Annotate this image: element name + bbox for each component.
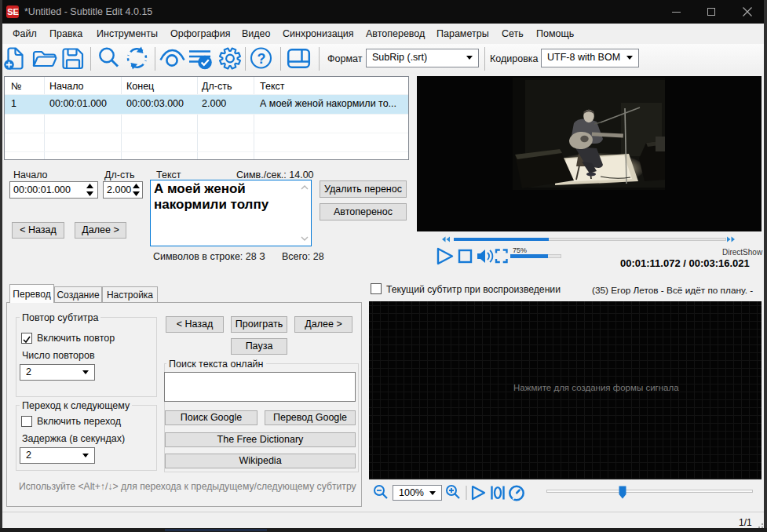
svg-text:?: ?	[257, 51, 266, 67]
svg-text:SE: SE	[7, 7, 19, 16]
